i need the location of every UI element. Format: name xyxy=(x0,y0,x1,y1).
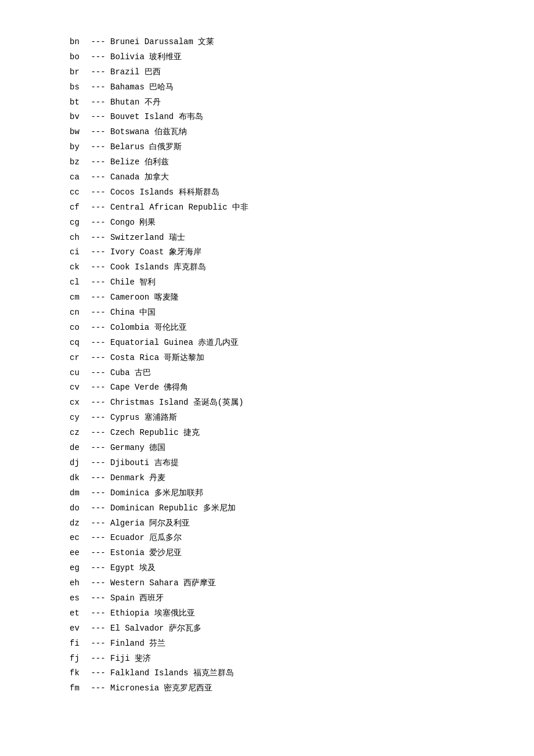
separator: --- xyxy=(86,668,110,678)
country-name: Switzerland 瑞士 xyxy=(110,233,185,242)
country-name: Dominica 多米尼加联邦 xyxy=(110,488,203,498)
country-name: Ecuador 厄瓜多尔 xyxy=(110,533,182,542)
country-code: cz xyxy=(70,426,86,441)
list-item: dk --- Denmark 丹麦 xyxy=(70,471,464,486)
country-name: Dominican Republic 多米尼加 xyxy=(110,503,236,513)
country-code: bs xyxy=(70,80,86,95)
separator: --- xyxy=(86,578,110,588)
list-item: fk --- Falkland Islands 福克兰群岛 xyxy=(70,666,464,681)
separator: --- xyxy=(86,262,110,272)
country-code: cg xyxy=(70,215,86,231)
separator: --- xyxy=(86,368,110,377)
country-code: dj xyxy=(70,456,86,471)
list-item: eh --- Western Sahara 西萨摩亚 xyxy=(70,576,464,591)
list-item: cz --- Czech Republic 捷克 xyxy=(70,426,464,441)
list-item: de --- Germany 德国 xyxy=(70,441,464,456)
separator: --- xyxy=(86,458,110,467)
list-item: cm --- Cameroon 喀麦隆 xyxy=(70,290,464,305)
list-item: cy --- Cyprus 塞浦路斯 xyxy=(70,411,464,426)
list-item: fm --- Micronesia 密克罗尼西亚 xyxy=(70,681,464,696)
separator: --- xyxy=(86,488,110,498)
list-item: cv --- Cape Verde 佛得角 xyxy=(70,380,464,395)
separator: --- xyxy=(86,609,110,618)
list-item: cl --- Chile 智利 xyxy=(70,275,464,290)
country-name: Bhutan 不丹 xyxy=(110,98,161,107)
country-name: Bahamas 巴哈马 xyxy=(110,82,174,92)
separator: --- xyxy=(86,188,110,197)
list-item: dj --- Djibouti 吉布提 xyxy=(70,456,464,471)
country-name: Cyprus 塞浦路斯 xyxy=(110,413,177,422)
country-list: bn --- Brunei Darussalam 文莱bo --- Bolivi… xyxy=(70,35,464,696)
country-name: Egypt 埃及 xyxy=(110,563,156,573)
country-name: Central African Republic 中非 xyxy=(110,203,248,212)
country-code: cn xyxy=(70,305,86,321)
country-code: cx xyxy=(70,395,86,411)
list-item: br --- Brazil 巴西 xyxy=(70,65,464,80)
list-item: cc --- Cocos Islands 科科斯群岛 xyxy=(70,185,464,200)
country-code: ee xyxy=(70,546,86,561)
separator: --- xyxy=(86,142,110,152)
list-item: et --- Ethiopia 埃塞俄比亚 xyxy=(70,606,464,621)
country-name: Brazil 巴西 xyxy=(110,67,161,77)
separator: --- xyxy=(86,548,110,557)
country-code: fk xyxy=(70,666,86,681)
country-name: Cocos Islands 科科斯群岛 xyxy=(110,188,219,197)
country-name: Germany 德国 xyxy=(110,443,165,452)
list-item: by --- Belarus 白俄罗斯 xyxy=(70,140,464,155)
country-code: eh xyxy=(70,576,86,591)
list-item: cg --- Congo 刚果 xyxy=(70,215,464,231)
separator: --- xyxy=(86,308,110,317)
country-code: cc xyxy=(70,185,86,200)
list-item: fj --- Fiji 斐济 xyxy=(70,651,464,667)
separator: --- xyxy=(86,37,110,46)
country-name: Belarus 白俄罗斯 xyxy=(110,142,182,152)
country-name: Bolivia 玻利维亚 xyxy=(110,52,182,62)
country-name: Christmas Island 圣诞岛(英属) xyxy=(110,398,244,407)
separator: --- xyxy=(86,218,110,227)
list-item: ci --- Ivory Coast 象牙海岸 xyxy=(70,245,464,260)
list-item: fi --- Finland 芬兰 xyxy=(70,636,464,651)
separator: --- xyxy=(86,533,110,542)
separator: --- xyxy=(86,683,110,693)
list-item: bz --- Belize 伯利兹 xyxy=(70,155,464,170)
separator: --- xyxy=(86,293,110,302)
list-item: dm --- Dominica 多米尼加联邦 xyxy=(70,486,464,501)
separator: --- xyxy=(86,98,110,107)
separator: --- xyxy=(86,413,110,422)
list-item: ev --- El Salvador 萨尔瓦多 xyxy=(70,621,464,636)
country-name: Estonia 爱沙尼亚 xyxy=(110,548,182,557)
country-name: Falkland Islands 福克兰群岛 xyxy=(110,668,234,678)
country-name: Cook Islands 库克群岛 xyxy=(110,262,206,272)
separator: --- xyxy=(86,503,110,513)
country-name: Colombia 哥伦比亚 xyxy=(110,323,187,332)
separator: --- xyxy=(86,428,110,437)
separator: --- xyxy=(86,563,110,573)
country-code: dz xyxy=(70,516,86,531)
separator: --- xyxy=(86,203,110,212)
separator: --- xyxy=(86,82,110,92)
country-code: fi xyxy=(70,636,86,651)
country-code: ca xyxy=(70,170,86,185)
list-item: cx --- Christmas Island 圣诞岛(英属) xyxy=(70,395,464,411)
country-code: eg xyxy=(70,561,86,576)
country-name: Spain 西班牙 xyxy=(110,593,164,603)
country-name: Denmark 丹麦 xyxy=(110,473,165,483)
separator: --- xyxy=(86,112,110,121)
list-item: cn --- China 中国 xyxy=(70,305,464,321)
separator: --- xyxy=(86,353,110,362)
country-code: co xyxy=(70,321,86,336)
separator: --- xyxy=(86,247,110,257)
separator: --- xyxy=(86,593,110,603)
list-item: bn --- Brunei Darussalam 文莱 xyxy=(70,35,464,50)
separator: --- xyxy=(86,519,110,528)
country-code: ch xyxy=(70,231,86,246)
country-code: bw xyxy=(70,125,86,140)
separator: --- xyxy=(86,172,110,182)
country-name: Fiji 斐济 xyxy=(110,654,151,663)
country-name: Micronesia 密克罗尼西亚 xyxy=(110,683,212,693)
list-item: bt --- Bhutan 不丹 xyxy=(70,95,464,110)
list-item: dz --- Algeria 阿尔及利亚 xyxy=(70,516,464,531)
country-code: cy xyxy=(70,411,86,426)
list-item: bs --- Bahamas 巴哈马 xyxy=(70,80,464,95)
list-item: cq --- Equatorial Guinea 赤道几内亚 xyxy=(70,336,464,351)
